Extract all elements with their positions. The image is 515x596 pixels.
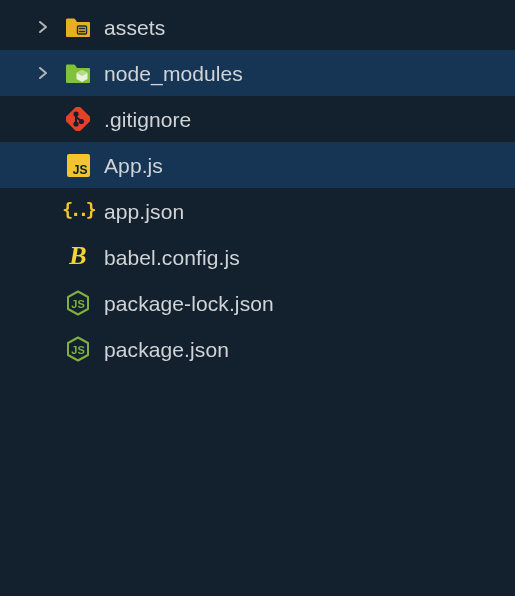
chevron-right-icon[interactable] xyxy=(36,66,50,80)
svg-rect-0 xyxy=(78,26,87,34)
item-label: package-lock.json xyxy=(104,293,274,314)
json-icon: {..} xyxy=(62,201,93,219)
js-icon: JS xyxy=(65,152,91,178)
json-icon: {..} xyxy=(65,198,91,224)
item-label: app.json xyxy=(104,201,184,222)
git-icon xyxy=(65,106,91,132)
node-icon: JS xyxy=(65,336,91,362)
file-row[interactable]: JS package.json xyxy=(0,326,515,372)
svg-point-9 xyxy=(74,122,77,125)
svg-text:JS: JS xyxy=(71,298,84,310)
file-icon-slot: JS xyxy=(58,336,98,362)
file-row[interactable]: JS package-lock.json xyxy=(0,280,515,326)
file-icon-slot: JS xyxy=(58,152,98,178)
file-icon-slot: {..} xyxy=(58,198,98,224)
folder-row[interactable]: node_modules xyxy=(0,50,515,96)
folder-row[interactable]: assets xyxy=(0,4,515,50)
file-icon-slot xyxy=(58,14,98,40)
file-explorer-tree: assets node_modules .gitignoreJSApp.js{.… xyxy=(0,0,515,372)
file-row[interactable]: JSApp.js xyxy=(0,142,515,188)
item-label: node_modules xyxy=(104,63,243,84)
svg-point-8 xyxy=(74,112,77,115)
item-label: babel.config.js xyxy=(104,247,240,268)
item-label: .gitignore xyxy=(104,109,191,130)
folder-node-modules-icon xyxy=(65,60,91,86)
file-icon-slot: JS xyxy=(58,290,98,316)
item-label: assets xyxy=(104,17,165,38)
babel-icon: B xyxy=(65,244,91,270)
svg-point-10 xyxy=(80,120,83,123)
item-label: App.js xyxy=(104,155,163,176)
file-icon-slot xyxy=(58,106,98,132)
svg-text:JS: JS xyxy=(71,344,84,356)
folder-assets-icon xyxy=(65,14,91,40)
node-icon: JS xyxy=(65,290,91,316)
chevron-slot xyxy=(28,20,58,34)
babel-icon: B xyxy=(69,243,86,269)
file-row[interactable]: {..}app.json xyxy=(0,188,515,234)
chevron-slot xyxy=(28,66,58,80)
file-icon-slot: B xyxy=(58,244,98,270)
js-icon: JS xyxy=(67,154,90,177)
file-row[interactable]: .gitignore xyxy=(0,96,515,142)
item-label: package.json xyxy=(104,339,229,360)
file-row[interactable]: Bbabel.config.js xyxy=(0,234,515,280)
chevron-right-icon[interactable] xyxy=(36,20,50,34)
file-icon-slot xyxy=(58,60,98,86)
